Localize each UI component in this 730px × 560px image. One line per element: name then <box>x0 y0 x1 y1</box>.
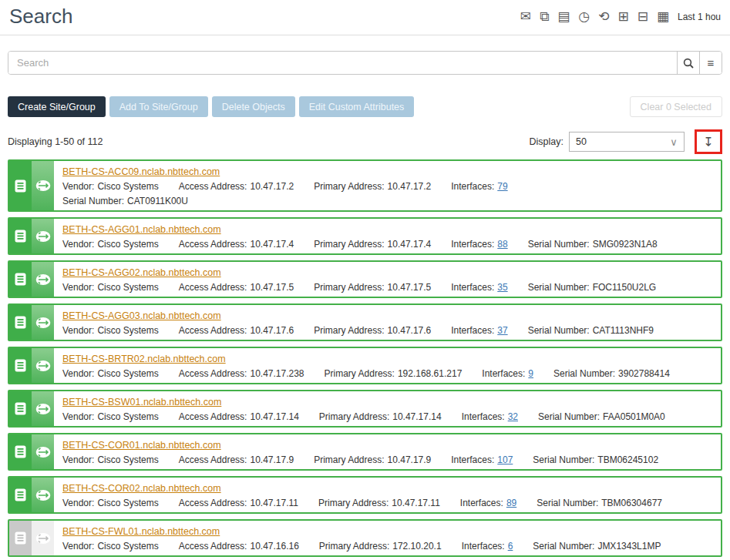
device-name-link[interactable]: BETH-CS-AGG03.nclab.nbttech.com <box>62 310 221 321</box>
device-vendor: Vendor:Cisco Systems <box>62 411 159 422</box>
device-interfaces: Interfaces:88 <box>451 239 507 250</box>
interfaces-count-link[interactable]: 107 <box>497 454 513 465</box>
display-group: Display: 50 ∨ ↧ <box>530 129 722 154</box>
device-details: Vendor:Cisco Systems Access Address:10.4… <box>62 181 712 206</box>
panels-icon[interactable]: ⊟ <box>637 10 648 23</box>
history-icon[interactable]: ⟲ <box>598 10 609 23</box>
device-card[interactable]: BETH-CS-BRTR02.nclab.nbttech.com Vendor:… <box>8 347 722 384</box>
interfaces-count-link[interactable]: 88 <box>497 239 507 250</box>
device-vendor: Vendor:Cisco Systems <box>62 239 159 250</box>
device-status-icon <box>9 521 32 555</box>
device-body: BETH-CS-BRTR02.nclab.nbttech.com Vendor:… <box>54 348 721 383</box>
add-panel-icon[interactable]: ⊞ <box>617 10 628 23</box>
device-primary-address: Primary Address:192.168.61.217 <box>325 368 463 379</box>
device-vendor: Vendor:Cisco Systems <box>62 541 159 552</box>
print-icon[interactable]: ▤ <box>557 10 570 23</box>
chevron-down-icon: ∨ <box>664 132 684 151</box>
device-status-icon <box>9 434 32 469</box>
device-name-link[interactable]: BETH-CS-ACC09.nclab.nbttech.com <box>62 166 220 177</box>
device-interfaces: Interfaces:89 <box>460 498 516 508</box>
device-card[interactable]: BETH-CS-COR02.nclab.nbttech.com Vendor:C… <box>8 476 722 514</box>
device-icon-strip <box>9 219 54 253</box>
search-bar: ≡ <box>8 51 722 75</box>
device-card[interactable]: BETH-CS-AGG03.nclab.nbttech.com Vendor:C… <box>8 303 722 341</box>
clock-icon[interactable]: ◷ <box>578 10 590 23</box>
device-icon-strip <box>9 348 54 383</box>
router-icon <box>32 521 54 555</box>
calendar-icon[interactable]: ▦ <box>657 10 669 23</box>
device-access-address: Access Address:10.47.17.238 <box>179 368 304 379</box>
device-card[interactable]: BETH-CS-FWL01.nclab.nbttech.com Vendor:C… <box>8 519 722 557</box>
device-body: BETH-CS-COR01.nclab.nbttech.com Vendor:C… <box>54 434 721 469</box>
interfaces-count-link[interactable]: 9 <box>528 368 533 379</box>
edit-custom-attributes-button[interactable]: Edit Custom Attributes <box>299 96 415 117</box>
time-range-label[interactable]: Last 1 hou <box>678 12 721 22</box>
results-bar: Displaying 1-50 of 112 Display: 50 ∨ ↧ <box>8 129 722 154</box>
device-details: Vendor:Cisco Systems Access Address:10.4… <box>62 541 712 552</box>
search-button[interactable] <box>677 52 699 74</box>
device-serial: Serial Number:TBM06245102 <box>533 454 658 465</box>
device-card[interactable]: BETH-CS-AGG02.nclab.nbttech.com Vendor:C… <box>8 260 722 298</box>
device-primary-address: Primary Address:10.47.17.11 <box>318 498 440 508</box>
device-interfaces: Interfaces:37 <box>451 325 507 336</box>
clear-selected-button[interactable]: Clear 0 Selected <box>630 96 722 117</box>
display-label: Display: <box>530 136 563 147</box>
add-to-site-group-button[interactable]: Add To Site/Group <box>109 96 208 117</box>
device-body: BETH-CS-FWL01.nclab.nbttech.com Vendor:C… <box>54 521 721 555</box>
device-details: Vendor:Cisco Systems Access Address:10.4… <box>62 282 712 293</box>
device-interfaces: Interfaces:32 <box>462 411 518 422</box>
device-serial: Serial Number:SMG0923N1A8 <box>528 239 658 250</box>
device-vendor: Vendor:Cisco Systems <box>62 325 159 336</box>
router-icon <box>32 348 54 383</box>
device-card[interactable]: BETH-CS-AGG01.nclab.nbttech.com Vendor:C… <box>8 217 722 255</box>
search-menu-button[interactable]: ≡ <box>699 52 722 74</box>
device-interfaces: Interfaces:6 <box>462 541 513 552</box>
device-name-link[interactable]: BETH-CS-COR02.nclab.nbttech.com <box>62 483 221 494</box>
create-site-group-button[interactable]: Create Site/Group <box>8 96 106 117</box>
topology-icon[interactable]: ⧉ <box>540 10 549 23</box>
device-serial: Serial Number:FOC1150U2LG <box>528 282 657 293</box>
interfaces-count-link[interactable]: 32 <box>508 411 518 422</box>
device-serial: Serial Number:CAT1113NHF9 <box>528 325 654 336</box>
device-icon-strip <box>9 521 54 555</box>
email-icon[interactable]: ✉ <box>520 10 531 23</box>
device-serial: Serial Number:TBM06304677 <box>537 498 662 508</box>
device-primary-address: Primary Address:10.47.17.2 <box>314 181 431 192</box>
device-status-icon <box>9 478 32 512</box>
interfaces-count-link[interactable]: 6 <box>508 541 513 552</box>
display-count-select[interactable]: 50 ∨ <box>569 132 685 152</box>
download-button[interactable]: ↧ <box>698 132 719 151</box>
device-vendor: Vendor:Cisco Systems <box>62 282 159 293</box>
device-details: Vendor:Cisco Systems Access Address:10.4… <box>62 498 712 508</box>
device-name-link[interactable]: BETH-CS-BSW01.nclab.nbttech.com <box>62 397 221 407</box>
page-header: Search ✉ ⧉ ▤ ◷ ⟲ ⊞ ⊟ ▦ Last 1 hou <box>0 0 730 35</box>
device-interfaces: Interfaces:79 <box>451 181 507 192</box>
device-name-link[interactable]: BETH-CS-COR01.nclab.nbttech.com <box>62 440 221 451</box>
device-card[interactable]: BETH-CS-COR01.nclab.nbttech.com Vendor:C… <box>8 433 722 471</box>
delete-objects-button[interactable]: Delete Objects <box>212 96 295 117</box>
device-details: Vendor:Cisco Systems Access Address:10.4… <box>62 325 712 336</box>
device-interfaces: Interfaces:107 <box>451 454 513 465</box>
device-icon-strip <box>9 305 54 340</box>
device-name-link[interactable]: BETH-CS-AGG02.nclab.nbttech.com <box>62 267 221 278</box>
search-input[interactable] <box>8 52 677 74</box>
device-details: Vendor:Cisco Systems Access Address:10.4… <box>62 454 712 465</box>
device-card[interactable]: BETH-CS-ACC09.nclab.nbttech.com Vendor:C… <box>8 159 722 212</box>
device-name-link[interactable]: BETH-CS-BRTR02.nclab.nbttech.com <box>62 354 226 364</box>
device-list: BETH-CS-ACC09.nclab.nbttech.com Vendor:C… <box>8 159 722 560</box>
device-body: BETH-CS-AGG03.nclab.nbttech.com Vendor:C… <box>54 305 721 340</box>
interfaces-count-link[interactable]: 89 <box>506 498 516 508</box>
router-icon <box>32 262 54 297</box>
device-primary-address: Primary Address:10.47.17.5 <box>314 282 431 293</box>
device-status-icon <box>9 305 32 340</box>
device-card[interactable]: BETH-CS-BSW01.nclab.nbttech.com Vendor:C… <box>8 390 722 428</box>
device-name-link[interactable]: BETH-CS-AGG01.nclab.nbttech.com <box>62 224 221 235</box>
interfaces-count-link[interactable]: 35 <box>497 282 507 293</box>
device-icon-strip <box>9 434 54 469</box>
device-serial: Serial Number:CAT0911K00U <box>62 196 712 206</box>
router-icon <box>32 478 54 512</box>
device-name-link[interactable]: BETH-CS-FWL01.nclab.nbttech.com <box>62 526 220 537</box>
router-icon <box>32 305 54 340</box>
interfaces-count-link[interactable]: 37 <box>497 325 507 336</box>
interfaces-count-link[interactable]: 79 <box>497 181 507 192</box>
